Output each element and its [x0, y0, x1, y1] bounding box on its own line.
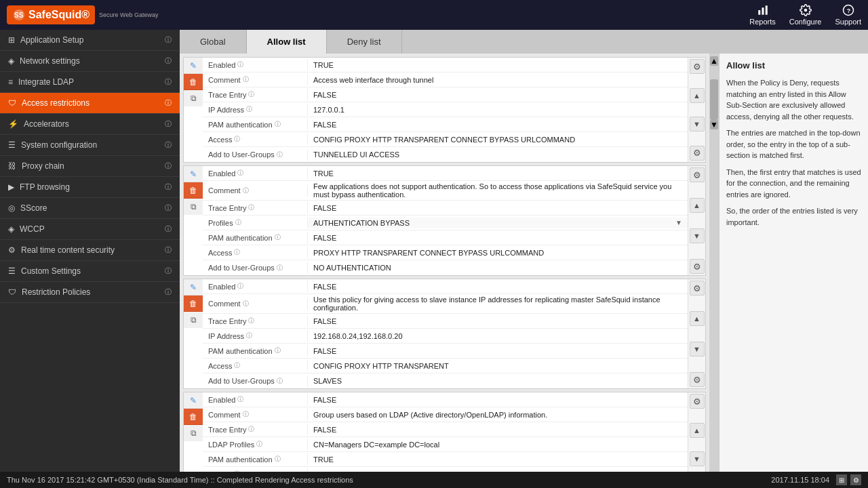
delete-button-3[interactable]: 🗑	[184, 296, 203, 312]
support-icon: ?	[842, 4, 854, 16]
delete-button-2[interactable]: 🗑	[184, 182, 203, 199]
copy-button-3[interactable]: ⧉	[184, 312, 203, 328]
sidebar-label-accelerators: Accelerators	[24, 119, 159, 129]
reports-button[interactable]: Reports	[749, 4, 776, 26]
settings-button-3b[interactable]: ⚙	[690, 372, 705, 387]
sidebar: ⊞ Application Setup ⓘ ◈ Network settings…	[0, 30, 180, 472]
field-value-comment-2: Few applications does not support authen…	[308, 181, 688, 200]
sidebar-label-application-setup: Application Setup	[20, 35, 159, 45]
info-icon-4: ⓘ	[165, 119, 172, 129]
copy-button-1[interactable]: ⧉	[184, 90, 203, 106]
table-area[interactable]: ✎ 🗑 ⧉ Enabled ⓘ TRUE Comment ⓘ Access we…	[180, 54, 709, 472]
field-row: Access ⓘ CONFIG PROXY HTTP TRANSPARENT C…	[203, 467, 688, 472]
field-row: Enabled ⓘ TRUE	[203, 58, 688, 73]
field-value-pam-2: FALSE	[308, 232, 688, 243]
sidebar-item-proxy-chain[interactable]: ⛓ Proxy chain ⓘ	[0, 156, 180, 177]
main-scrollbar[interactable]: ▲ ▼	[709, 54, 719, 472]
field-label-groups-3: Add to User-Groups ⓘ	[203, 375, 308, 387]
settings-button-2[interactable]: ⚙	[690, 167, 705, 182]
scroll-down-button-3[interactable]: ▼	[690, 342, 705, 357]
scroll-up-button-3[interactable]: ▲	[690, 311, 705, 326]
configure-button[interactable]: Configure	[789, 4, 822, 26]
svg-text:?: ?	[846, 7, 850, 14]
copy-button-2[interactable]: ⧉	[184, 199, 203, 215]
scroll-up-button-4[interactable]: ▲	[690, 423, 705, 438]
edit-button-1[interactable]: ✎	[184, 58, 203, 74]
field-value-enabled-3: FALSE	[308, 281, 688, 292]
entry-left-controls-4: ✎ 🗑 ⧉	[184, 392, 203, 472]
scroll-down-arrow[interactable]: ▼	[710, 120, 718, 129]
field-label-pam-2: PAM authentication ⓘ	[203, 232, 308, 243]
sidebar-item-sscore[interactable]: ◎ SScore ⓘ	[0, 198, 180, 219]
field-value-comment-4: Group users based on LDAP (Active direct…	[308, 409, 688, 420]
tab-deny-list[interactable]: Deny list	[327, 30, 402, 54]
field-row: PAM authentication ⓘ FALSE	[203, 344, 688, 359]
copy-button-4[interactable]: ⧉	[184, 425, 203, 441]
scroll-up-button-2[interactable]: ▲	[690, 198, 705, 213]
field-row: Comment ⓘ Access web interface through t…	[203, 73, 688, 87]
sidebar-item-system-configuration[interactable]: ☰ System configuration ⓘ	[0, 135, 180, 156]
right-panel-text-2: The entries are matched in the top-down …	[726, 127, 861, 161]
tab-allow-list[interactable]: Allow list	[247, 30, 327, 54]
support-button[interactable]: ? Support	[835, 4, 861, 26]
field-row: Enabled ⓘ FALSE	[203, 392, 688, 407]
entry-fields-3: Enabled ⓘ FALSE Comment ⓘ Use this polic…	[203, 279, 688, 388]
sidebar-item-wccp[interactable]: ◈ WCCP ⓘ	[0, 219, 180, 240]
field-label-pam-4: PAM authentication ⓘ	[203, 453, 308, 465]
sidebar-item-custom-settings[interactable]: ☰ Custom Settings ⓘ	[0, 261, 180, 282]
sidebar-item-accelerators[interactable]: ⚡ Accelerators ⓘ	[0, 114, 180, 135]
edit-button-4[interactable]: ✎	[184, 392, 203, 409]
status-settings-icon[interactable]: ⚙	[850, 474, 861, 485]
delete-button-1[interactable]: 🗑	[184, 74, 203, 90]
chain-icon: ⛓	[8, 161, 16, 171]
sidebar-item-access-restrictions[interactable]: 🛡 Access restrictions ⓘ	[0, 93, 180, 114]
field-row: Trace Entry ⓘ FALSE	[203, 314, 688, 329]
settings-button-1b[interactable]: ⚙	[690, 146, 705, 161]
system-icon: ☰	[8, 140, 16, 150]
scroll-up-button-1[interactable]: ▲	[690, 88, 705, 103]
scroll-down-button-2[interactable]: ▼	[690, 228, 705, 243]
field-value-trace-3: FALSE	[308, 316, 688, 327]
delete-button-4[interactable]: 🗑	[184, 409, 203, 425]
settings-button-1[interactable]: ⚙	[690, 59, 705, 74]
sidebar-item-network-settings[interactable]: ◈ Network settings ⓘ	[0, 51, 180, 72]
content-body: ✎ 🗑 ⧉ Enabled ⓘ TRUE Comment ⓘ Access we…	[180, 54, 868, 472]
sidebar-item-integrate-ldap[interactable]: ≡ Integrate LDAP ⓘ	[0, 72, 180, 93]
field-value-trace-2: FALSE	[308, 203, 688, 214]
info-icon-2: ⓘ	[165, 77, 172, 87]
right-panel-text-4: So, the order of the entries listed is v…	[726, 205, 861, 228]
wccp-icon: ◈	[8, 224, 14, 234]
status-text: Thu Nov 16 2017 15:21:42 GMT+0530 (India…	[7, 476, 353, 484]
field-row: Enabled ⓘ TRUE	[203, 166, 688, 181]
edit-button-2[interactable]: ✎	[184, 166, 203, 182]
info-icon-6: ⓘ	[165, 161, 172, 171]
entry-fields-4: Enabled ⓘ FALSE Comment ⓘ Group users ba…	[203, 392, 688, 472]
sidebar-item-application-setup[interactable]: ⊞ Application Setup ⓘ	[0, 30, 180, 51]
field-label-trace-entry: Trace Entry ⓘ	[203, 89, 308, 100]
sidebar-label-integrate-ldap: Integrate LDAP	[18, 77, 159, 87]
sidebar-item-real-time-content-security[interactable]: ⚙ Real time content security ⓘ	[0, 240, 180, 261]
info-icon-12: ⓘ	[165, 287, 172, 297]
scroll-down-button-4[interactable]: ▼	[690, 451, 705, 466]
field-label-comment-4: Comment ⓘ	[203, 409, 308, 420]
sidebar-item-ftp-browsing[interactable]: ▶ FTP browsing ⓘ	[0, 177, 180, 198]
status-grid-icon[interactable]: ⊞	[836, 474, 847, 485]
scrollbar-thumb[interactable]	[710, 79, 718, 120]
field-value-pam-auth: FALSE	[308, 119, 688, 130]
settings-button-4[interactable]: ⚙	[690, 394, 705, 409]
field-row: Add to User-Groups ⓘ TUNNELLED UI ACCESS	[203, 147, 688, 162]
scroll-down-button-1[interactable]: ▼	[690, 117, 705, 131]
field-row: Trace Entry ⓘ FALSE	[203, 422, 688, 437]
settings-button-2b[interactable]: ⚙	[690, 259, 705, 274]
field-value-profiles-2[interactable]: AUTHENTICATION BYPASS ▼	[308, 218, 688, 228]
tab-global[interactable]: Global	[180, 30, 247, 54]
field-row: Access ⓘ CONFIG PROXY HTTP TRANSPARENT	[203, 359, 688, 373]
scroll-up-arrow[interactable]: ▲	[710, 56, 718, 66]
settings-button-3[interactable]: ⚙	[690, 281, 705, 296]
main-layout: ⊞ Application Setup ⓘ ◈ Network settings…	[0, 30, 868, 472]
sidebar-label-access-restrictions: Access restrictions	[22, 98, 159, 108]
info-icon-7: ⓘ	[165, 182, 172, 192]
sidebar-item-restriction-policies[interactable]: 🛡 Restriction Policies ⓘ	[0, 282, 180, 303]
edit-button-3[interactable]: ✎	[184, 279, 203, 296]
accelerator-icon: ⚡	[8, 119, 18, 129]
